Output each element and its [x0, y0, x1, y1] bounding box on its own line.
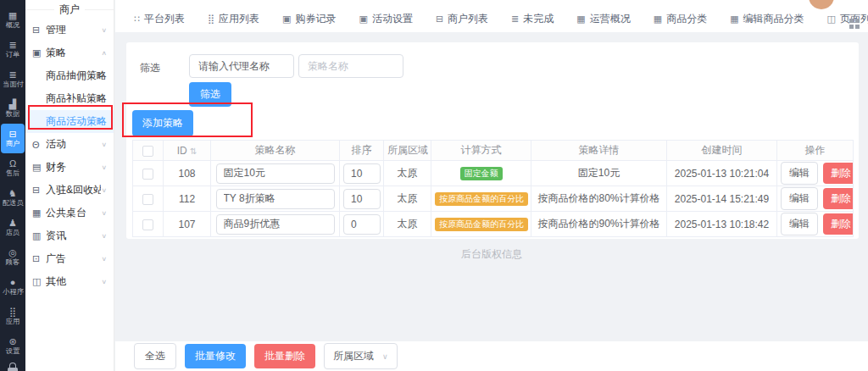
sidebar-title: 商户: [25, 0, 114, 19]
rail-item-mini-program[interactable]: ●小程序: [1, 272, 25, 302]
grid-icon: ▦: [576, 14, 585, 25]
rail-item-orders[interactable]: ≣订单: [1, 35, 25, 64]
tab-activity-settings[interactable]: ▣活动设置: [359, 8, 412, 30]
sidebar-item-activity[interactable]: Θ活动∨: [25, 133, 114, 156]
row-name-input[interactable]: [216, 189, 335, 209]
calc-method-badge: 按原商品金额的百分比: [435, 218, 528, 231]
rail-item-courier[interactable]: ♞配送员: [1, 183, 25, 213]
strategy-name-input[interactable]: [298, 54, 403, 78]
sidebar-item-subsidy-strategy[interactable]: 商品补贴策略: [25, 87, 114, 110]
tab-overflow-grid-icon[interactable]: [849, 19, 860, 29]
folder-icon: ⊟: [436, 14, 443, 25]
lock-icon: [8, 363, 18, 371]
divider: [85, 9, 114, 10]
grid-icon: ∷: [134, 14, 140, 25]
sort-icon[interactable]: ⇅: [190, 147, 197, 156]
cell-id: 112: [164, 186, 211, 212]
row-sort-input[interactable]: [343, 214, 381, 235]
rail-item-clerk[interactable]: ♟店员: [1, 213, 25, 242]
row-checkbox[interactable]: [142, 169, 153, 180]
batch-edit-button[interactable]: 批量修改: [185, 344, 246, 368]
row-name-input[interactable]: [216, 163, 335, 184]
sidebar-item-recycle[interactable]: ⊟入驻&回收站∨: [25, 179, 114, 202]
strategy-table: ID ⇅ 策略名称 排序 所属区域 计算方式 策略详情 创建时间 操作 108: [132, 140, 854, 237]
row-checkbox[interactable]: [142, 194, 153, 205]
cell-detail: 按商品价格的80%计算价格: [531, 186, 667, 212]
delete-button[interactable]: 删除: [823, 213, 854, 235]
row-name-input[interactable]: [216, 214, 335, 235]
column-header-actions: 操作: [777, 141, 854, 161]
courier-icon: ♞: [8, 189, 17, 198]
column-header-created: 创建时间: [667, 141, 777, 161]
tab-operations-overview[interactable]: ▦运营概况: [576, 8, 630, 30]
edit-button[interactable]: 编辑: [781, 162, 818, 185]
region-select-dropdown[interactable]: 所属区域∨: [324, 343, 398, 369]
cell-id: 107: [164, 212, 211, 237]
sidebar-item-ads[interactable]: ⊡广告∨: [25, 247, 114, 270]
other-icon: ◫: [32, 276, 46, 287]
after-sales-icon: Ω: [9, 159, 16, 169]
finance-icon: ▤: [32, 162, 46, 173]
cell-id: 108: [164, 161, 211, 186]
bottom-action-bar: 全选 批量修改 批量删除 所属区域∨: [115, 341, 868, 371]
sidebar-item-public-table[interactable]: ▦公共桌台∨: [25, 202, 114, 224]
rail-item-settings[interactable]: ⊛设置: [1, 331, 25, 361]
cell-created: 2025-01-13 10:21:04: [667, 161, 777, 186]
batch-delete-button[interactable]: 批量删除: [254, 344, 315, 368]
sidebar-item-commission-strategy[interactable]: 商品抽佣策略: [25, 64, 114, 87]
tab-edit-product-category[interactable]: ▦编辑商品分类: [730, 8, 804, 30]
cell-region: 太原: [384, 161, 431, 186]
rail-item-apps[interactable]: ⣿应用: [1, 302, 25, 331]
sidebar-item-other[interactable]: ◫其他∨: [25, 270, 114, 293]
rail-item-customer[interactable]: ◎顾客: [1, 242, 25, 272]
chevron-down-icon: ∨: [101, 141, 107, 148]
table-row: 112 太原 按原商品金额的百分比 按商品价格的80%计算价格 2025-01-…: [133, 186, 854, 212]
column-header-id[interactable]: ID ⇅: [164, 141, 211, 161]
tab-coupon-records[interactable]: ▣购券记录: [282, 8, 336, 30]
chevron-down-icon: ∨: [101, 164, 107, 171]
sidebar-item-news[interactable]: ▥资讯∨: [25, 224, 114, 247]
rail-item-data[interactable]: ▟数据: [1, 94, 25, 124]
cell-created: 2025-01-13 10:18:42: [667, 212, 777, 237]
cell-detail: 固定10元: [531, 161, 667, 186]
edit-button[interactable]: 编辑: [781, 187, 818, 210]
tab-merchant-list[interactable]: ⊟商户列表: [436, 8, 488, 30]
tab-page-list[interactable]: ◫页面列表: [827, 8, 868, 30]
sidebar-item-finance[interactable]: ▤财务∨: [25, 156, 114, 179]
box-icon: ▣: [359, 14, 367, 25]
sidebar-item-strategy[interactable]: ▣策略∧: [25, 42, 114, 64]
calc-method-badge: 按原商品金额的百分比: [435, 192, 528, 206]
rail-item-face-pay[interactable]: ≣当面付: [1, 64, 25, 94]
rail-item-lock[interactable]: [0, 363, 25, 371]
grid-icon: ▦: [654, 14, 662, 25]
add-strategy-button[interactable]: 添加策略: [132, 110, 193, 136]
data-icon: ▟: [9, 100, 16, 109]
delete-button[interactable]: 删除: [823, 188, 854, 209]
edit-button[interactable]: 编辑: [781, 213, 818, 235]
delete-button[interactable]: 删除: [823, 163, 854, 184]
rail-item-after-sales[interactable]: Ω售后: [1, 153, 25, 183]
content-area: 筛选 筛选 添加策略 ID ⇅ 策略名称 排序 所属区域 计算方式: [115, 32, 868, 341]
grid-icon: ⣿: [208, 14, 214, 25]
row-checkbox[interactable]: [142, 219, 153, 230]
row-sort-input[interactable]: [343, 163, 381, 184]
agent-name-input[interactable]: [189, 54, 294, 78]
filter-button[interactable]: 筛选: [189, 82, 231, 107]
orders-icon: ≣: [8, 41, 16, 50]
tab-platform-list[interactable]: ∷平台列表: [134, 8, 185, 30]
select-all-checkbox[interactable]: [142, 146, 153, 157]
chevron-down-icon: ∨: [101, 256, 107, 263]
tab-app-list[interactable]: ⣿应用列表: [208, 8, 259, 30]
select-all-button[interactable]: 全选: [134, 343, 176, 369]
merchant-icon: ⊟: [8, 130, 16, 139]
tab-product-category[interactable]: ▦商品分类: [654, 8, 707, 30]
rail-item-merchant[interactable]: ⊟商户: [1, 124, 25, 153]
divider: [25, 9, 54, 10]
rail-item-overview[interactable]: ▦概况: [1, 5, 25, 35]
tab-unfinished[interactable]: ≣未完成: [511, 8, 554, 30]
sidebar-item-manage[interactable]: ⊟管理∨: [25, 19, 114, 42]
sidebar-item-activity-strategy[interactable]: 商品活动策略: [25, 110, 114, 133]
list-icon: ≣: [511, 14, 519, 25]
row-sort-input[interactable]: [343, 189, 381, 209]
chevron-up-icon: ∧: [101, 50, 107, 57]
